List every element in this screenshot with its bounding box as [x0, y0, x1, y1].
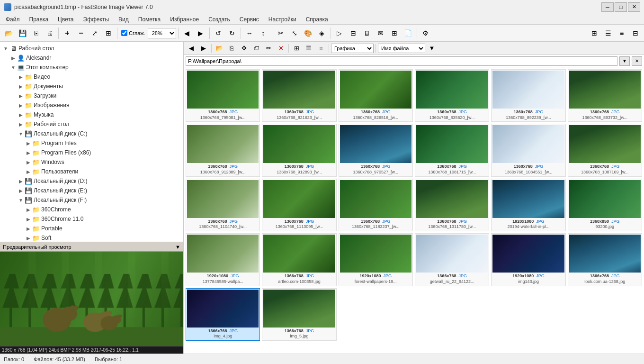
thumb-item-2[interactable]: 644x364 JPG1360x768_826516_[w... [339, 69, 413, 122]
back-button[interactable]: ◀ [186, 43, 197, 54]
thumb-item-4[interactable]: 644x364 JPG1360x768_892239_[w... [491, 69, 565, 122]
thumb-item-18[interactable]: 1920x1080 JPG1377845585-wallpa... [186, 233, 260, 286]
thumb-item-25[interactable]: 1366x768 JPGimg_5.jpg [262, 288, 336, 341]
menu-item-настройки[interactable]: Настройки [265, 15, 300, 24]
sort-order-button[interactable]: ▼ [426, 43, 438, 54]
color-button[interactable]: 🎨 [302, 27, 315, 40]
sharpen-button[interactable]: ◈ [315, 27, 329, 40]
thumb-item-7[interactable]: 644x364 JPG1360x768_912893_[w... [262, 124, 336, 176]
settings-button[interactable]: ⚙ [419, 27, 432, 40]
next-image-button[interactable]: ▶ [194, 27, 207, 40]
thumb-item-10[interactable]: 644x364 JPG1360x768_1084551_[w... [491, 124, 565, 176]
copy-to-button[interactable]: ⎘ [226, 43, 237, 54]
tree-item-desktop[interactable]: ▼🖥Рабочий стол [0, 44, 183, 53]
tree-expander-aleksandr[interactable]: ▶ [9, 54, 17, 62]
open-button[interactable]: 📂 [2, 27, 15, 40]
detail-view-button[interactable]: ≡ [315, 43, 327, 54]
thumb-item-16[interactable]: 1920x1080 JPG20194-waterfall-in-pl... [491, 179, 565, 231]
thumb-item-3[interactable]: 644x364 JPG1360x768_835620_[w... [415, 69, 489, 122]
move-to-button[interactable]: ✥ [238, 43, 250, 54]
list-view-button[interactable]: ☰ [303, 43, 314, 54]
tree-item-aleksandr[interactable]: ▶👤Aleksandr [0, 53, 183, 63]
tree-expander-portable[interactable]: ▶ [25, 225, 32, 232]
view-mode-3[interactable]: ≡ [615, 27, 628, 40]
thumb-item-19[interactable]: 1366x768 JPGartleo.com-100358.jpg [262, 233, 336, 286]
tree-expander-desktop[interactable]: ▼ [2, 45, 9, 52]
thumb-item-1[interactable]: 644x364 JPG1360x768_821623_[w... [262, 69, 336, 122]
thumb-item-8[interactable]: 644x364 JPG1360x768_970527_[w... [339, 124, 413, 176]
tree-item-images[interactable]: ▶📁Изображения [0, 100, 183, 110]
menu-item-сервис[interactable]: Сервис [236, 15, 263, 24]
fit-button[interactable]: ⤢ [88, 27, 101, 40]
actual-size-button[interactable]: ⊞ [102, 27, 115, 40]
prev-image-button[interactable]: ◀ [180, 27, 194, 40]
tree-item-diske[interactable]: ▶💾Локальный диск (E:) [0, 186, 183, 195]
tree-item-windows[interactable]: ▶📁Windows [0, 157, 183, 167]
tree-expander-diskd[interactable]: ▶ [17, 177, 25, 185]
thumb-item-6[interactable]: 644x364 JPG1360x768_912889_[w... [186, 124, 260, 176]
zoom-in-button[interactable]: + [61, 27, 74, 40]
copy-button[interactable]: ⎘ [29, 27, 43, 40]
tree-expander-diske[interactable]: ▶ [17, 187, 25, 194]
tree-item-diskf[interactable]: ▼💾Локальный диск (F:) [0, 195, 183, 205]
thumb-item-12[interactable]: 644x364 JPG1360x768_1104740_[w... [186, 179, 260, 231]
thumb-item-24[interactable]: 1366x768 JPGimg_4.jpg [186, 288, 260, 341]
crop-button[interactable]: ✂ [274, 27, 287, 40]
tree-item-360chrome11[interactable]: ▶📁360Chrome 11.0 [0, 214, 183, 224]
compare-button[interactable]: ⊟ [347, 27, 360, 40]
tag-button[interactable]: 🏷 [250, 43, 262, 54]
tree-item-progfilesx86[interactable]: ▶📁Program Files (x86) [0, 148, 183, 157]
thumb-item-23[interactable]: 1366x768 JPGlook.com.ua-1268.jpg [568, 233, 642, 286]
tree-item-desktop2[interactable]: ▶📁Рабочий стол [0, 119, 183, 129]
maximize-button[interactable]: □ [615, 2, 627, 12]
tree-expander-downloads[interactable]: ▶ [17, 92, 25, 100]
thumb-item-17[interactable]: 1360x850 JPG93200.jpg [568, 179, 642, 231]
save-button[interactable]: 💾 [16, 27, 29, 40]
tree-item-docs[interactable]: ▶📁Документы [0, 82, 183, 91]
thumb-item-22[interactable]: 1920x1080 JPGimg143.jpg [491, 233, 565, 286]
tree-expander-windows[interactable]: ▶ [25, 158, 32, 166]
tree-expander-music[interactable]: ▶ [17, 111, 25, 118]
tree-item-progfiles[interactable]: ▶📁Program Files [0, 138, 183, 148]
category-select[interactable]: Графика [331, 44, 374, 53]
address-input[interactable] [186, 56, 617, 66]
slideshow-button[interactable]: ▷ [333, 27, 346, 40]
tree-expander-video[interactable]: ▶ [17, 73, 25, 81]
tree-item-portable[interactable]: ▶📁Portable [0, 224, 183, 233]
tree-item-diskc[interactable]: ▼💾Локальный диск (C:) [0, 129, 183, 138]
tree-expander-images[interactable]: ▶ [17, 101, 25, 109]
rename-button[interactable]: ✏ [263, 43, 274, 54]
menu-item-файл[interactable]: Файл [2, 15, 24, 24]
tree-item-downloads[interactable]: ▶📁Загрузки [0, 91, 183, 100]
rotate-cw-button[interactable]: ↻ [225, 27, 239, 40]
view-mode-2[interactable]: ☰ [601, 27, 615, 40]
close-button[interactable]: ✕ [628, 2, 640, 12]
minimize-button[interactable]: ─ [601, 2, 614, 12]
menu-item-избранное[interactable]: Избранное [166, 15, 203, 24]
tree-item-thispc[interactable]: ▼💻Этот компьютер [0, 63, 183, 72]
menu-item-создать[interactable]: Создать [205, 15, 234, 24]
tree-expander-soft[interactable]: ▶ [25, 234, 32, 242]
zoom-select[interactable]: 28% 50% 100% [148, 28, 176, 38]
menu-item-справка[interactable]: Справка [302, 15, 332, 24]
menu-item-эффекты[interactable]: Эффекты [80, 15, 113, 24]
wallpaper-button[interactable]: 🖥 [360, 27, 374, 40]
flip-h-button[interactable]: ↔ [243, 27, 256, 40]
tree-item-music[interactable]: ▶📁Музыка [0, 110, 183, 119]
tree-expander-docs[interactable]: ▶ [17, 82, 25, 90]
view-mode-4[interactable]: ⊟ [629, 27, 642, 40]
thumb-item-15[interactable]: 644x364 JPG1360x768_1311780_[w... [415, 179, 489, 231]
tree-item-video[interactable]: ▶📁Видео [0, 72, 183, 82]
thumb-item-0[interactable]: 644x364 JPG1360x768_795081_[w... [186, 69, 260, 122]
smooth-checkbox[interactable] [121, 30, 127, 36]
resize-button[interactable]: ⤡ [288, 27, 301, 40]
thumb-item-5[interactable]: 644x364 JPG1360x768_893732_[w... [568, 69, 642, 122]
menu-item-вид[interactable]: Вид [115, 15, 133, 24]
delete-button[interactable]: ✕ [275, 43, 286, 54]
tree-expander-360chrome[interactable]: ▶ [25, 206, 32, 213]
tree-expander-diskf[interactable]: ▼ [17, 196, 25, 204]
rotate-ccw-button[interactable]: ↺ [212, 27, 225, 40]
thumb-item-21[interactable]: 1366x768 JPGgetwall_ru_22_94122... [415, 233, 489, 286]
preview-toggle[interactable]: ▼ [175, 244, 180, 250]
tree-item-diskd[interactable]: ▶💾Локальный диск (D:) [0, 176, 183, 186]
